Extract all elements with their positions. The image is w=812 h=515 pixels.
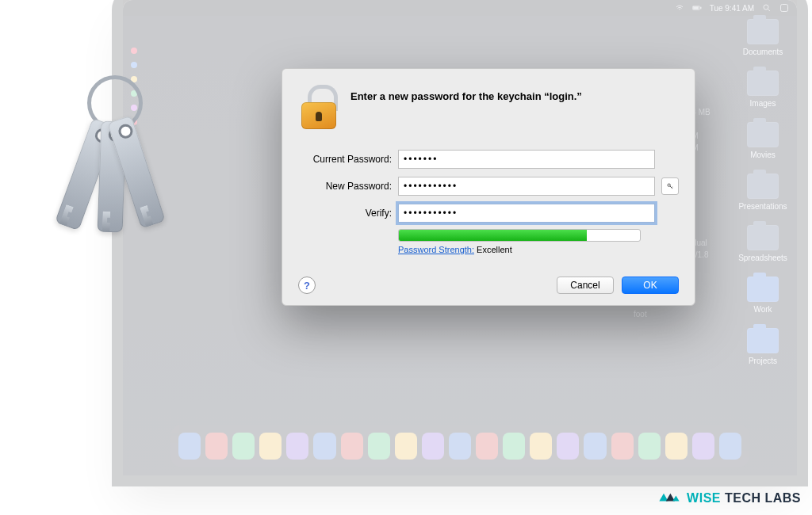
dock-app-icon[interactable] bbox=[232, 433, 255, 460]
stack-label: Presentations bbox=[738, 202, 787, 211]
dock-app-icon[interactable] bbox=[286, 433, 308, 460]
key-icon bbox=[667, 181, 673, 191]
control-center-icon bbox=[779, 3, 789, 13]
new-password-input[interactable] bbox=[398, 177, 655, 196]
stack-item[interactable]: Images bbox=[747, 71, 779, 108]
dock-app-icon[interactable] bbox=[313, 433, 335, 460]
folder-icon bbox=[747, 328, 779, 353]
verify-password-input[interactable] bbox=[398, 204, 655, 223]
stack-label: Spreadsheets bbox=[738, 254, 787, 262]
dock-app-icon[interactable] bbox=[584, 433, 606, 460]
wise-tech-labs-logo: WISE TECH LABS bbox=[658, 490, 801, 507]
stack-label: Projects bbox=[749, 357, 777, 365]
new-password-label: New Password: bbox=[298, 181, 392, 192]
help-button[interactable]: ? bbox=[298, 277, 316, 294]
dock-app-icon[interactable] bbox=[259, 433, 282, 460]
folder-icon bbox=[747, 277, 779, 302]
change-keychain-password-dialog: Enter a new password for the keychain “l… bbox=[282, 68, 695, 306]
tag-dot bbox=[131, 48, 137, 54]
brand-b: TECH LABS bbox=[721, 491, 801, 505]
folder-icon bbox=[747, 19, 779, 44]
stack-label: Movies bbox=[750, 151, 776, 159]
info-line: foot bbox=[634, 308, 729, 320]
cancel-button[interactable]: Cancel bbox=[557, 277, 614, 294]
dock-app-icon[interactable] bbox=[476, 433, 498, 460]
menu-clock: Tue 9:41 AM bbox=[710, 4, 754, 13]
stack-label: Documents bbox=[743, 48, 783, 56]
dock-app-icon[interactable] bbox=[530, 433, 552, 460]
dock-app-icon[interactable] bbox=[178, 433, 201, 460]
dock-app-icon[interactable] bbox=[665, 433, 688, 460]
dock-app-icon[interactable] bbox=[503, 433, 525, 460]
folder-icon bbox=[747, 71, 779, 96]
password-assistant-button[interactable] bbox=[661, 177, 679, 195]
password-strength-meter bbox=[398, 229, 641, 242]
verify-password-label: Verify: bbox=[298, 208, 392, 219]
dock-app-icon[interactable] bbox=[422, 433, 444, 460]
svg-point-5 bbox=[668, 184, 670, 186]
dock-app-icon[interactable] bbox=[368, 433, 390, 460]
dock-app-icon[interactable] bbox=[557, 433, 579, 460]
stack-item[interactable]: Documents bbox=[743, 19, 783, 56]
stack-item[interactable]: Movies bbox=[747, 122, 779, 159]
ok-button[interactable]: OK bbox=[622, 277, 679, 294]
folder-icon bbox=[747, 122, 779, 147]
desktop-stacks: DocumentsImagesMoviesPresentationsSpread… bbox=[735, 19, 791, 412]
tag-dot bbox=[131, 62, 137, 68]
current-password-input[interactable] bbox=[398, 150, 655, 169]
dock-app-icon[interactable] bbox=[692, 433, 714, 460]
dock-app-icon[interactable] bbox=[341, 433, 363, 460]
svg-rect-1 bbox=[700, 7, 701, 9]
search-icon bbox=[762, 3, 772, 13]
keychain-keys-icon bbox=[56, 75, 174, 242]
menu-bar: Tue 9:41 AM bbox=[123, 0, 797, 16]
dock-app-icon[interactable] bbox=[205, 433, 228, 460]
wtl-mark-icon bbox=[658, 490, 680, 507]
password-strength-value: Excellent bbox=[477, 245, 512, 254]
stack-item[interactable]: Work bbox=[747, 277, 779, 314]
svg-rect-4 bbox=[781, 5, 788, 12]
folder-icon bbox=[747, 225, 779, 250]
stack-item[interactable]: Spreadsheets bbox=[738, 225, 787, 262]
wifi-icon bbox=[675, 3, 684, 13]
battery-icon bbox=[692, 3, 702, 13]
svg-point-3 bbox=[764, 5, 768, 10]
dock-app-icon[interactable] bbox=[638, 433, 661, 460]
stage: Tue 9:41 AM Pink Hat Model .JPG JPEG ima… bbox=[0, 0, 812, 515]
dock-app-icon[interactable] bbox=[395, 433, 417, 460]
folder-icon bbox=[747, 174, 779, 199]
dock-app-icon[interactable] bbox=[449, 433, 471, 460]
dock-app-icon[interactable] bbox=[719, 433, 741, 460]
stack-item[interactable]: Projects bbox=[747, 328, 779, 365]
lock-icon bbox=[298, 85, 339, 129]
brand-a: WISE bbox=[687, 491, 721, 505]
svg-rect-2 bbox=[693, 7, 698, 10]
stack-label: Images bbox=[750, 99, 776, 108]
dock-app-icon[interactable] bbox=[611, 433, 634, 460]
password-strength-link[interactable]: Password Strength: bbox=[398, 245, 474, 254]
dialog-title: Enter a new password for the keychain “l… bbox=[350, 90, 582, 104]
stack-label: Work bbox=[753, 305, 772, 314]
dock bbox=[170, 425, 749, 467]
current-password-label: Current Password: bbox=[298, 154, 392, 165]
stack-item[interactable]: Presentations bbox=[738, 174, 787, 211]
